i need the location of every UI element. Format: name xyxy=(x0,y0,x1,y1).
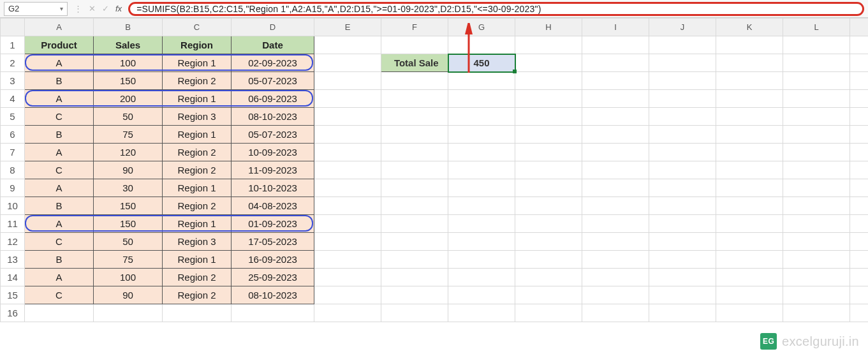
cell-D12[interactable]: 17-05-2023 xyxy=(232,233,314,251)
cell-D7[interactable]: 10-09-2023 xyxy=(232,144,314,161)
cell-M16[interactable] xyxy=(850,304,869,322)
column-header-A[interactable]: A xyxy=(25,19,94,36)
cell-H13[interactable] xyxy=(515,251,582,269)
cell-K2[interactable] xyxy=(716,54,783,72)
cell-A6[interactable]: B xyxy=(25,126,94,144)
cell-K14[interactable] xyxy=(716,269,783,286)
cell-F7[interactable] xyxy=(381,144,448,161)
cell-J11[interactable] xyxy=(649,215,716,233)
cell-C15[interactable]: Region 2 xyxy=(163,286,232,304)
cell-K3[interactable] xyxy=(716,72,783,90)
row-header-14[interactable]: 14 xyxy=(1,269,25,286)
cell-D13[interactable]: 16-09-2023 xyxy=(232,251,314,269)
cell-B7[interactable]: 120 xyxy=(94,144,163,161)
cell-L7[interactable] xyxy=(783,144,850,161)
cell-L8[interactable] xyxy=(783,161,850,179)
cell-E4[interactable] xyxy=(314,90,381,108)
column-header-J[interactable]: J xyxy=(649,19,716,36)
cell-L12[interactable] xyxy=(783,233,850,251)
cell-D6[interactable]: 05-07-2023 xyxy=(232,126,314,144)
row-header-6[interactable]: 6 xyxy=(1,126,25,144)
cell-G3[interactable] xyxy=(448,72,515,90)
cell-E7[interactable] xyxy=(314,144,381,161)
cell-I13[interactable] xyxy=(582,251,649,269)
cell-M5[interactable] xyxy=(850,108,869,126)
cell-F6[interactable] xyxy=(381,126,448,144)
cell-F10[interactable] xyxy=(381,197,448,215)
cell-M6[interactable] xyxy=(850,126,869,144)
cell-C2[interactable]: Region 1 xyxy=(163,54,232,72)
cell-B5[interactable]: 50 xyxy=(94,108,163,126)
cell-K11[interactable] xyxy=(716,215,783,233)
row-header-8[interactable]: 8 xyxy=(1,161,25,179)
cell-H9[interactable] xyxy=(515,179,582,197)
cell-A16[interactable] xyxy=(25,304,94,322)
cell-E2[interactable] xyxy=(314,54,381,72)
cell-I6[interactable] xyxy=(582,126,649,144)
cell-M9[interactable] xyxy=(850,179,869,197)
cell-H8[interactable] xyxy=(515,161,582,179)
cell-E5[interactable] xyxy=(314,108,381,126)
row-header-13[interactable]: 13 xyxy=(1,251,25,269)
cell-E13[interactable] xyxy=(314,251,381,269)
cell-I10[interactable] xyxy=(582,197,649,215)
cell-A4[interactable]: A xyxy=(25,90,94,108)
cell-I16[interactable] xyxy=(582,304,649,322)
cell-H5[interactable] xyxy=(515,108,582,126)
cell-C16[interactable] xyxy=(163,304,232,322)
cell-E14[interactable] xyxy=(314,269,381,286)
column-header-E[interactable]: E xyxy=(314,19,381,36)
cell-F16[interactable] xyxy=(381,304,448,322)
cell-M12[interactable] xyxy=(850,233,869,251)
cell-M8[interactable] xyxy=(850,161,869,179)
cell-B2[interactable]: 100 xyxy=(94,54,163,72)
cell-H11[interactable] xyxy=(515,215,582,233)
cell-B15[interactable]: 90 xyxy=(94,286,163,304)
cell-B16[interactable] xyxy=(94,304,163,322)
cell-C8[interactable]: Region 2 xyxy=(163,161,232,179)
cell-H2[interactable] xyxy=(515,54,582,72)
spreadsheet-grid[interactable]: ABCDEFGHIJKLM 1ProductSalesRegionDate2A1… xyxy=(0,18,868,322)
cell-G8[interactable] xyxy=(448,161,515,179)
cell-G14[interactable] xyxy=(448,269,515,286)
cell-B12[interactable]: 50 xyxy=(94,233,163,251)
cell-A12[interactable]: C xyxy=(25,233,94,251)
cell-B14[interactable]: 100 xyxy=(94,269,163,286)
cell-H16[interactable] xyxy=(515,304,582,322)
cell-B1[interactable]: Sales xyxy=(94,36,163,54)
cell-D2[interactable]: 02-09-2023 xyxy=(232,54,314,72)
cell-J2[interactable] xyxy=(649,54,716,72)
cell-L10[interactable] xyxy=(783,197,850,215)
cell-K12[interactable] xyxy=(716,233,783,251)
cell-G16[interactable] xyxy=(448,304,515,322)
cell-J15[interactable] xyxy=(649,286,716,304)
cell-K15[interactable] xyxy=(716,286,783,304)
cell-M1[interactable] xyxy=(850,36,869,54)
column-header-G[interactable]: G xyxy=(448,19,515,36)
cell-M2[interactable] xyxy=(850,54,869,72)
cell-G6[interactable] xyxy=(448,126,515,144)
cell-L6[interactable] xyxy=(783,126,850,144)
cell-C4[interactable]: Region 1 xyxy=(163,90,232,108)
cell-A9[interactable]: A xyxy=(25,179,94,197)
cell-J13[interactable] xyxy=(649,251,716,269)
cell-C13[interactable]: Region 1 xyxy=(163,251,232,269)
cell-G1[interactable] xyxy=(448,36,515,54)
cell-K16[interactable] xyxy=(716,304,783,322)
cell-D1[interactable]: Date xyxy=(232,36,314,54)
cell-H14[interactable] xyxy=(515,269,582,286)
row-header-16[interactable]: 16 xyxy=(1,304,25,322)
column-header-K[interactable]: K xyxy=(716,19,783,36)
cell-A7[interactable]: A xyxy=(25,144,94,161)
cell-J7[interactable] xyxy=(649,144,716,161)
cell-K1[interactable] xyxy=(716,36,783,54)
cell-D5[interactable]: 08-10-2023 xyxy=(232,108,314,126)
confirm-icon[interactable]: ✓ xyxy=(102,4,109,13)
row-header-2[interactable]: 2 xyxy=(1,54,25,72)
column-header-F[interactable]: F xyxy=(381,19,448,36)
cell-E6[interactable] xyxy=(314,126,381,144)
cell-K13[interactable] xyxy=(716,251,783,269)
cell-F11[interactable] xyxy=(381,215,448,233)
cell-E12[interactable] xyxy=(314,233,381,251)
cell-M13[interactable] xyxy=(850,251,869,269)
